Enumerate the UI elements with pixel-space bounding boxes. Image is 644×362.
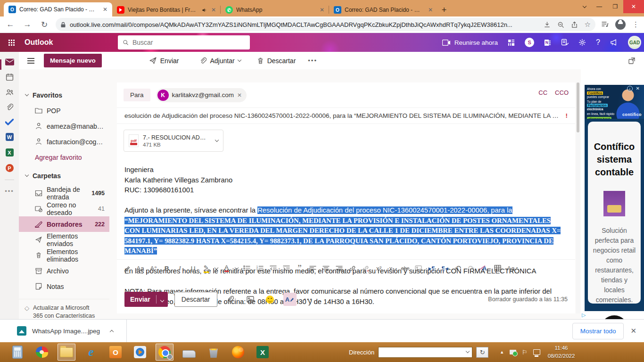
- window-minimize-button[interactable]: —: [591, 0, 607, 13]
- reading-list-icon[interactable]: [601, 21, 609, 28]
- discard-button-top[interactable]: Descartar: [257, 57, 296, 65]
- adchoices-icon[interactable]: ▷: [582, 312, 586, 318]
- window-maximize-button[interactable]: ❐: [607, 0, 623, 13]
- ad-banner[interactable]: Ahora con Contífico puedes comprar Tu pl…: [585, 85, 644, 119]
- font-name-icon[interactable]: Aa: [134, 262, 147, 274]
- insert-image-icon[interactable]: [412, 262, 425, 274]
- command-more-icon[interactable]: •••: [308, 57, 317, 64]
- underline-icon[interactable]: U: [187, 262, 199, 274]
- browser-profile-avatar[interactable]: [615, 19, 626, 30]
- to-button[interactable]: Para: [124, 89, 150, 101]
- cc-button[interactable]: CC: [538, 89, 547, 96]
- share-icon[interactable]: [571, 21, 578, 28]
- address-refresh-icon[interactable]: ↻: [476, 347, 488, 358]
- add-favorite-link[interactable]: Agregar favorito: [19, 149, 109, 165]
- mail-rail-icon[interactable]: [5, 58, 14, 66]
- open-in-new-window-icon[interactable]: [628, 57, 636, 65]
- usb-tray-icon[interactable]: [510, 350, 516, 354]
- case-options-icon[interactable]: Aa: [504, 262, 517, 274]
- excel-taskbar-icon[interactable]: X: [254, 344, 272, 361]
- tab-close-icon[interactable]: ✕: [319, 7, 325, 13]
- tab-close-icon[interactable]: ✕: [102, 6, 108, 13]
- highlight-chevron-icon[interactable]: [213, 262, 220, 274]
- tab-close-icon[interactable]: ✕: [210, 7, 217, 13]
- attachments-rail-icon[interactable]: [6, 103, 13, 111]
- ad-info-icon[interactable]: i: [627, 86, 633, 91]
- font-color-chevron-icon[interactable]: [233, 262, 240, 274]
- subject-row[interactable]: esolución de Adjudicación del proceso NI…: [117, 108, 575, 124]
- file-explorer-taskbar-icon[interactable]: [58, 344, 75, 361]
- onenote-icon[interactable]: N: [544, 39, 551, 46]
- rail-more-icon[interactable]: •••: [5, 188, 14, 195]
- tab-search-chevron-icon[interactable]: [578, 0, 591, 13]
- draw-ink-icon[interactable]: A: [283, 293, 297, 306]
- calculator-taskbar-icon[interactable]: [8, 344, 26, 361]
- outdent-icon[interactable]: [267, 262, 280, 274]
- zoom-icon[interactable]: [557, 21, 564, 28]
- attachment-options-chevron-icon[interactable]: [215, 138, 219, 142]
- discard-button[interactable]: Descartar: [174, 292, 217, 307]
- strikethrough-icon[interactable]: abc: [399, 262, 412, 274]
- sidebar-item-eameza[interactable]: eameza@manabi.gob.ec: [19, 118, 109, 134]
- compose-scrollbar[interactable]: [576, 82, 580, 313]
- todo-rail-icon[interactable]: [5, 119, 14, 125]
- attachment-card[interactable]: pdf 7.- RESOLUCION ADJUDI... 471 KB: [124, 130, 223, 152]
- insert-table-icon[interactable]: [491, 262, 504, 274]
- app-launcher-icon[interactable]: [0, 33, 23, 52]
- insert-link-icon[interactable]: [346, 262, 359, 274]
- my-day-grid-icon[interactable]: [508, 39, 515, 46]
- recipient-chip[interactable]: K karlitakvz@gmail.com ✕: [156, 88, 247, 102]
- scanner-taskbar-icon[interactable]: [180, 344, 198, 361]
- bullet-list-icon[interactable]: [240, 262, 253, 274]
- excel-rail-icon[interactable]: X: [6, 148, 14, 156]
- tab-close-icon[interactable]: ✕: [427, 7, 434, 13]
- media-player-taskbar-icon[interactable]: [131, 344, 149, 361]
- ad-close-icon[interactable]: ✕: [636, 86, 640, 91]
- undo-icon[interactable]: ↶: [452, 262, 464, 274]
- back-icon[interactable]: ←: [5, 20, 16, 29]
- tab-youtube[interactable]: Viejtas Pero Bontitas | Franco ✕: [112, 3, 221, 16]
- tab-audio-icon[interactable]: [202, 8, 207, 13]
- browser-menu-icon[interactable]: ⋮: [632, 20, 639, 29]
- sidebar-item-facturacion[interactable]: facturacion@cogecoms...: [19, 134, 109, 149]
- italic-icon[interactable]: I: [173, 262, 186, 274]
- favorites-section-header[interactable]: Favoritos: [19, 87, 109, 103]
- redo-icon[interactable]: ↷: [465, 262, 478, 274]
- download-options-chevron-icon[interactable]: [110, 329, 114, 333]
- footer-more-icon[interactable]: •••: [304, 296, 314, 303]
- blockquote-icon[interactable]: ”: [293, 262, 306, 274]
- hamburger-menu-icon[interactable]: [27, 58, 34, 64]
- bold-icon[interactable]: B: [160, 262, 173, 274]
- tab-outlook-active[interactable]: O Correo: GAD San Placido - Outlo ✕: [4, 2, 112, 16]
- numbered-list-icon[interactable]: 123: [254, 262, 266, 274]
- font-size-icon[interactable]: A°: [147, 262, 160, 274]
- new-message-button[interactable]: Mensaje nuevo: [44, 54, 102, 67]
- account-avatar[interactable]: GAD: [628, 36, 641, 49]
- attach-button[interactable]: Adjuntar: [199, 57, 240, 65]
- settings-gear-icon[interactable]: [578, 39, 586, 46]
- send-options-chevron-icon[interactable]: [160, 298, 164, 302]
- sidebar-item-sent[interactable]: Elementos enviados: [19, 232, 109, 247]
- chrome-taskbar-icon[interactable]: [156, 344, 173, 361]
- outlook-brand[interactable]: Outlook: [25, 38, 53, 47]
- tab-outlook-2[interactable]: O Correo: GAD San Placido - Outlo ✕: [329, 3, 438, 16]
- footer-attach-icon[interactable]: [224, 293, 237, 306]
- install-icon[interactable]: [544, 21, 551, 28]
- address-dropdown-chevron-icon[interactable]: [466, 349, 470, 353]
- notes-check-icon[interactable]: [561, 39, 569, 46]
- remove-link-icon[interactable]: [359, 262, 372, 274]
- address-bar[interactable]: outlook.live.com/mail/0/compose/AQMkADAw…: [56, 18, 595, 31]
- search-box[interactable]: [118, 35, 250, 49]
- highlight-icon[interactable]: ✎: [200, 262, 213, 274]
- format-painter-icon[interactable]: [121, 262, 133, 274]
- window-close-button[interactable]: ✕: [623, 0, 644, 13]
- send-button-top[interactable]: Enviar: [149, 57, 179, 65]
- forward-icon[interactable]: →: [22, 20, 33, 29]
- send-split-button[interactable]: Enviar: [124, 292, 168, 307]
- people-rail-icon[interactable]: [5, 89, 14, 96]
- lock-icon[interactable]: [60, 22, 66, 28]
- address-toolbar-input[interactable]: [378, 347, 472, 358]
- internet-explorer-taskbar-icon[interactable]: e: [82, 344, 100, 361]
- sidebar-item-notes[interactable]: Notas: [19, 279, 109, 294]
- reload-icon[interactable]: ↻: [39, 20, 50, 30]
